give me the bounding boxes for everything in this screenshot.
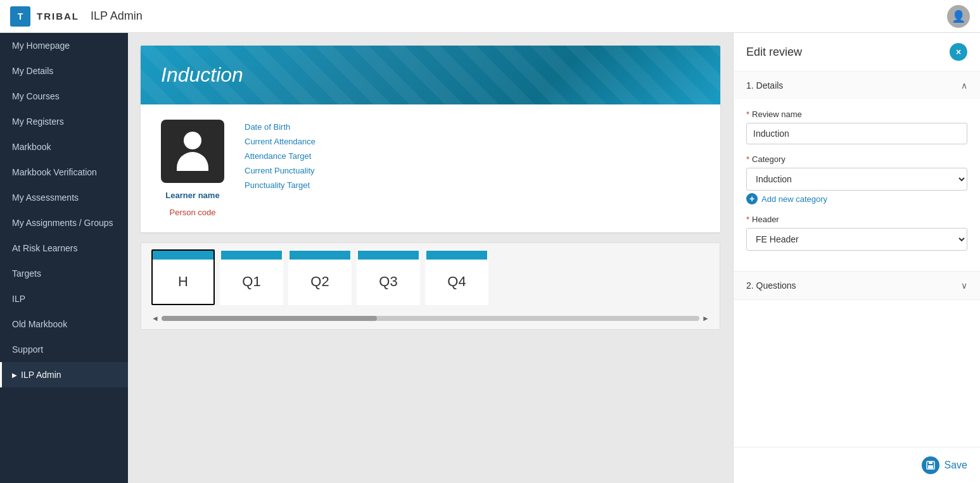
edit-panel-header: Edit review × xyxy=(734,33,980,72)
close-button[interactable]: × xyxy=(950,43,967,61)
scroll-track[interactable] xyxy=(162,316,699,321)
details-accordion-body: * Review name * Category Induction xyxy=(734,99,980,271)
sidebar-item-markbook-verification[interactable]: Markbook Verification xyxy=(0,160,128,185)
user-avatar[interactable]: 👤 xyxy=(947,5,970,28)
header-label: * Header xyxy=(746,215,967,224)
tribal-logo: T xyxy=(10,6,30,27)
add-category-icon: + xyxy=(746,193,758,204)
edit-panel: Edit review × 1. Details ∧ xyxy=(733,33,980,483)
scroll-thumb xyxy=(162,316,377,321)
tab-h[interactable]: H xyxy=(151,249,215,305)
sidebar-item-my-assignments-groups[interactable]: My Assignments / Groups xyxy=(0,210,128,235)
sidebar-item-markbook[interactable]: Markbook xyxy=(0,134,128,160)
tab-q2-body: Q2 xyxy=(290,260,350,304)
tab-q4[interactable]: Q4 xyxy=(425,249,488,305)
tabs-scrollbar: ◄ ► xyxy=(141,311,720,329)
preview-avatar xyxy=(161,120,224,183)
tab-q3-header xyxy=(358,251,419,260)
header-group: * Header FE Header xyxy=(746,215,967,251)
preview-banner: Induction xyxy=(141,46,720,104)
tab-q4-header xyxy=(426,251,487,260)
scroll-left-arrow[interactable]: ◄ xyxy=(151,314,159,323)
sidebar-item-targets[interactable]: Targets xyxy=(0,261,128,286)
tab-q1[interactable]: Q1 xyxy=(220,249,283,305)
tab-q4-body: Q4 xyxy=(426,260,487,304)
sidebar-item-my-registers[interactable]: My Registers xyxy=(0,109,128,134)
field-current-attendance[interactable]: Current Attendance xyxy=(245,137,315,146)
details-chevron-icon: ∧ xyxy=(961,80,967,91)
field-attendance-target[interactable]: Attendance Target xyxy=(245,151,315,161)
sidebar-item-my-homepage[interactable]: My Homepage xyxy=(0,33,128,58)
tab-q3[interactable]: Q3 xyxy=(357,249,420,305)
person-icon xyxy=(177,132,208,171)
add-category-button[interactable]: + Add new category xyxy=(746,193,967,204)
header-select[interactable]: FE Header xyxy=(746,228,967,251)
save-label: Save xyxy=(945,460,967,471)
required-star-category: * xyxy=(746,154,749,164)
tab-q3-body: Q3 xyxy=(358,260,419,304)
sidebar-item-ilp-admin[interactable]: ILP Admin xyxy=(0,362,128,387)
content-area: Induction Learner name Person code xyxy=(128,33,733,483)
edit-panel-body: 1. Details ∧ * Review name xyxy=(734,72,980,447)
tabs-container: H Q1 Q2 Q3 Q xyxy=(141,242,720,330)
sidebar-item-ilp[interactable]: ILP xyxy=(0,286,128,311)
category-group: * Category Induction + Add new category xyxy=(746,154,967,204)
avatar-body xyxy=(177,152,208,171)
main-layout: My Homepage My Details My Courses My Reg… xyxy=(0,33,980,483)
sidebar-item-support[interactable]: Support xyxy=(0,337,128,362)
sidebar-item-my-assessments[interactable]: My Assessments xyxy=(0,185,128,210)
tabs-row: H Q1 Q2 Q3 Q xyxy=(141,243,720,311)
avatar-head xyxy=(184,132,201,149)
required-star-header: * xyxy=(746,215,749,224)
preview-card: Induction Learner name Person code xyxy=(141,46,720,232)
svg-rect-2 xyxy=(928,465,933,468)
details-section-title: 1. Details xyxy=(746,80,783,91)
save-icon xyxy=(922,456,939,474)
category-select[interactable]: Induction xyxy=(746,168,967,191)
edit-panel-footer: Save xyxy=(734,447,980,483)
avatar-section: Learner name Person code xyxy=(161,120,224,217)
header-left: T TRIBAL ILP Admin xyxy=(10,6,143,27)
review-name-label: * Review name xyxy=(746,110,967,119)
questions-section-title: 2. Questions xyxy=(746,280,796,291)
field-current-punctuality[interactable]: Current Punctuality xyxy=(245,166,315,175)
tab-q2[interactable]: Q2 xyxy=(288,249,352,305)
category-label: * Category xyxy=(746,154,967,164)
brand-name: TRIBAL xyxy=(37,11,79,22)
questions-accordion-header[interactable]: 2. Questions ∨ xyxy=(734,272,980,299)
sidebar-item-at-risk-learners[interactable]: At Risk Learners xyxy=(0,235,128,261)
sidebar-item-my-details[interactable]: My Details xyxy=(0,58,128,84)
required-star-review: * xyxy=(746,110,749,119)
top-header: T TRIBAL ILP Admin 👤 xyxy=(0,0,980,33)
app-title: ILP Admin xyxy=(91,9,143,23)
questions-section: 2. Questions ∨ xyxy=(734,272,980,300)
tab-h-body: H xyxy=(153,260,213,304)
tab-h-header xyxy=(153,251,213,260)
save-button[interactable]: Save xyxy=(922,456,967,474)
review-name-input[interactable] xyxy=(746,123,967,144)
sidebar-item-my-courses[interactable]: My Courses xyxy=(0,84,128,109)
svg-rect-1 xyxy=(929,461,932,464)
sidebar: My Homepage My Details My Courses My Reg… xyxy=(0,33,128,483)
scroll-right-arrow[interactable]: ► xyxy=(702,314,710,323)
tab-q2-header xyxy=(290,251,350,260)
banner-title: Induction xyxy=(161,63,700,87)
tab-q1-header xyxy=(221,251,282,260)
details-section: 1. Details ∧ * Review name xyxy=(734,72,980,272)
questions-chevron-icon: ∨ xyxy=(961,280,967,291)
preview-fields: Date of Birth Current Attendance Attenda… xyxy=(245,120,315,217)
field-punctuality-target[interactable]: Punctuality Target xyxy=(245,180,315,190)
details-accordion-header[interactable]: 1. Details ∧ xyxy=(734,72,980,99)
preview-panel: Induction Learner name Person code xyxy=(128,33,733,483)
sidebar-item-old-markbook[interactable]: Old Markbook xyxy=(0,311,128,337)
preview-body: Learner name Person code Date of Birth C… xyxy=(141,104,720,232)
field-date-of-birth[interactable]: Date of Birth xyxy=(245,122,315,132)
person-code-label: Person code xyxy=(170,208,216,217)
learner-name-label: Learner name xyxy=(165,191,219,200)
review-name-group: * Review name xyxy=(746,110,967,144)
tab-q1-body: Q1 xyxy=(221,260,282,304)
edit-panel-title: Edit review xyxy=(746,46,802,59)
